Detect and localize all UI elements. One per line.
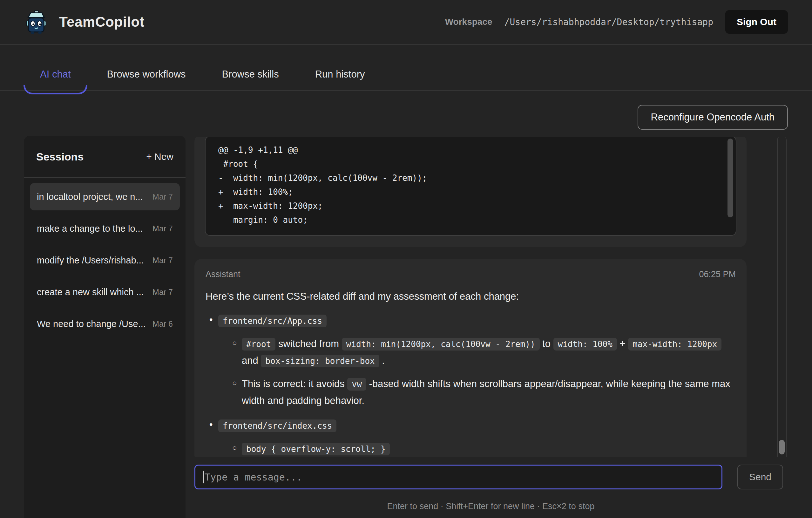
- sub-bullet-content: #root switched from width: min(1200px, c…: [242, 336, 736, 369]
- tab-browse-workflows[interactable]: Browse workflows: [107, 59, 186, 90]
- bullet-content: frontend/src/index.css: [218, 417, 736, 434]
- inline-code-chip: width: 100%: [553, 338, 617, 350]
- bullet-text-segment: switched from: [276, 338, 342, 349]
- tab-ai-chat[interactable]: AI chat: [40, 59, 71, 90]
- session-list: in localtool project, we n...Mar 7make a…: [24, 178, 185, 347]
- tab-run-history[interactable]: Run history: [315, 59, 365, 90]
- sub-bullet-marker-icon: ○: [232, 440, 242, 455]
- bullet-marker-icon: •: [209, 312, 218, 327]
- sign-out-button[interactable]: Sign Out: [725, 10, 788, 34]
- inline-code-chip: max-width: 1200px: [628, 338, 722, 350]
- message-input[interactable]: Type a message...: [195, 465, 722, 489]
- bullet-text-segment: and: [242, 355, 261, 366]
- inline-code-chip: width: min(1200px, calc(100vw - 2rem)): [342, 338, 540, 350]
- diff-code-line: - width: min(1200px, calc(100vw - 2rem))…: [218, 171, 717, 185]
- session-item-title: in localtool project, we n...: [37, 192, 147, 202]
- session-item[interactable]: make a change to the lo...Mar 7: [30, 215, 180, 242]
- message-input-placeholder: Type a message...: [205, 471, 302, 483]
- workspace-label: Workspace: [445, 17, 492, 27]
- tab-browse-skills[interactable]: Browse skills: [222, 59, 279, 90]
- sub-bullet-row: ○body { overflow-y: scroll; }: [206, 440, 736, 457]
- main-tabbar: AI chatBrowse workflowsBrowse skillsRun …: [0, 59, 812, 91]
- workspace-path: /Users/rishabhpoddar/Desktop/trythisapp: [504, 17, 713, 27]
- inline-code-chip: vw: [347, 378, 366, 391]
- composer-hint-text: Enter to send · Shift+Enter for new line…: [195, 501, 787, 511]
- sub-bullet-content: body { overflow-y: scroll; }: [242, 440, 736, 457]
- message-card-code: @@ -1,9 +1,11 @@ #root {- width: min(120…: [195, 137, 747, 247]
- message-card-assistant: Assistant 06:25 PM Here’s the current CS…: [195, 259, 747, 457]
- file-path-chip: frontend/src/index.css: [218, 420, 337, 432]
- session-item-date: Mar 7: [152, 256, 173, 265]
- bullet-text-segment: This is correct: it avoids: [242, 378, 347, 389]
- inline-code-chip: #root: [242, 338, 276, 350]
- diff-code-line: #root {: [218, 157, 717, 171]
- bullet-text-segment: +: [617, 338, 628, 349]
- code-block-scrollbar-thumb[interactable]: [727, 139, 733, 218]
- sub-bullet-row: ○#root switched from width: min(1200px, …: [206, 336, 736, 369]
- diff-code-line: + max-width: 1200px;: [218, 199, 717, 213]
- active-tab-underline: [24, 85, 87, 94]
- app-title: TeamCopilot: [59, 14, 145, 30]
- message-timestamp: 06:25 PM: [699, 269, 736, 279]
- chat-message-list[interactable]: @@ -1,9 +1,11 @@ #root {- width: min(120…: [195, 137, 787, 457]
- file-path-chip: frontend/src/App.css: [218, 315, 326, 327]
- bullet-text-segment: to: [540, 338, 553, 349]
- send-button[interactable]: Send: [737, 465, 783, 489]
- sub-bullet-row: ○This is correct: it avoids vw -based wi…: [206, 376, 736, 409]
- reconfigure-opencode-auth-button[interactable]: Reconfigure Opencode Auth: [638, 105, 788, 130]
- inline-code-chip: body { overflow-y: scroll; }: [242, 443, 390, 455]
- composer: Type a message... Send Enter to send · S…: [195, 465, 787, 511]
- message-role-label: Assistant: [206, 269, 240, 279]
- session-item-date: Mar 6: [152, 319, 173, 328]
- diff-code-line: @@ -1,9 +1,11 @@: [218, 143, 717, 157]
- text-caret: [203, 471, 204, 483]
- teamcopilot-logo-icon: [24, 10, 48, 34]
- inline-code-chip: box-sizing: border-box: [261, 355, 379, 367]
- session-item-title: We need to change /Use...: [37, 319, 147, 329]
- bullet-row: •frontend/src/App.css: [206, 312, 736, 329]
- assistant-intro-text: Here’s the current CSS-related diff and …: [206, 291, 736, 302]
- sub-bullet-marker-icon: ○: [232, 376, 242, 390]
- chat-scrollbar-track[interactable]: [777, 137, 787, 457]
- sessions-title: Sessions: [36, 151, 84, 163]
- session-item-date: Mar 7: [152, 224, 173, 233]
- session-item-date: Mar 7: [152, 288, 173, 297]
- bullet-text-segment: .: [379, 355, 385, 366]
- sub-bullet-content: This is correct: it avoids vw -based wid…: [242, 376, 736, 409]
- bullet-content: frontend/src/App.css: [218, 312, 736, 329]
- sessions-header: Sessions + New: [24, 136, 185, 178]
- chat-scrollbar-thumb[interactable]: [779, 440, 785, 455]
- session-item-title: make a change to the lo...: [37, 223, 147, 234]
- sub-bullet-marker-icon: ○: [232, 336, 242, 350]
- diff-code-line: + width: 100%;: [218, 185, 717, 199]
- bullet-row: •frontend/src/index.css: [206, 417, 736, 434]
- session-item[interactable]: modify the /Users/rishab...Mar 7: [30, 247, 180, 274]
- diff-code-block: @@ -1,9 +1,11 @@ #root {- width: min(120…: [205, 137, 736, 236]
- session-item[interactable]: We need to change /Use...Mar 6: [30, 310, 180, 338]
- session-item-title: create a new skill which ...: [37, 287, 147, 297]
- app-header: TeamCopilot Workspace /Users/rishabhpodd…: [0, 0, 812, 45]
- session-item[interactable]: in localtool project, we n...Mar 7: [30, 183, 180, 210]
- sessions-panel: Sessions + New in localtool project, we …: [24, 136, 185, 518]
- session-item[interactable]: create a new skill which ...Mar 7: [30, 278, 180, 306]
- diff-code-line: margin: 0 auto;: [218, 213, 717, 227]
- session-item-title: modify the /Users/rishab...: [37, 255, 147, 266]
- bullet-marker-icon: •: [209, 417, 218, 432]
- new-session-button[interactable]: + New: [146, 151, 173, 162]
- assistant-bullet-list: •frontend/src/App.css○#root switched fro…: [206, 312, 736, 457]
- session-item-date: Mar 7: [152, 192, 173, 201]
